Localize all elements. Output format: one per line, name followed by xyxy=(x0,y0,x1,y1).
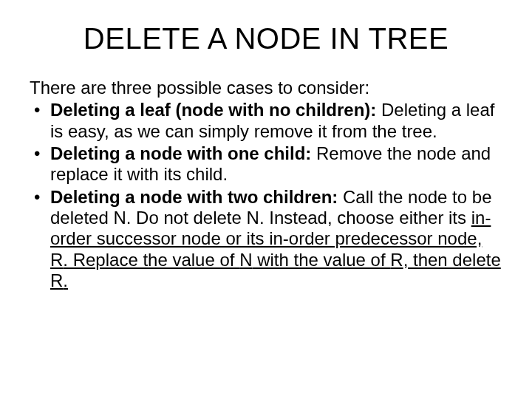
bullet-bold: Deleting a node with one child: xyxy=(50,143,316,163)
slide-title: DELETE A NODE IN TREE xyxy=(30,22,502,55)
intro-text: There are three possible cases to consid… xyxy=(30,78,502,98)
var-n: N xyxy=(239,250,252,270)
var-r: R xyxy=(50,250,63,270)
bullet-bold: Deleting a node with two children: xyxy=(50,187,343,207)
bullet-list: Deleting a leaf (node with no children):… xyxy=(30,100,502,291)
bullet-item: Deleting a node with two children: Call … xyxy=(30,187,502,292)
bullet-bold: Deleting a leaf (node with no children): xyxy=(50,100,381,120)
underlined-segment: with the value of xyxy=(253,250,391,270)
bullet-text: . Instead, choose either its xyxy=(259,208,471,228)
var-n: N xyxy=(247,208,259,228)
bullet-text: . Do not delete xyxy=(126,208,247,228)
underlined-segment: , then delete xyxy=(403,250,501,270)
var-r: R xyxy=(50,270,63,290)
var-n: N xyxy=(113,208,126,228)
bullet-item: Deleting a node with one child: Remove t… xyxy=(30,143,502,185)
underlined-segment: . Replace the value of xyxy=(63,250,239,270)
underlined-segment: . xyxy=(63,270,68,290)
var-r: R xyxy=(390,250,403,270)
bullet-item: Deleting a leaf (node with no children):… xyxy=(30,100,502,142)
slide-body: There are three possible cases to consid… xyxy=(30,78,502,291)
slide: DELETE A NODE IN TREE There are three po… xyxy=(0,0,532,399)
